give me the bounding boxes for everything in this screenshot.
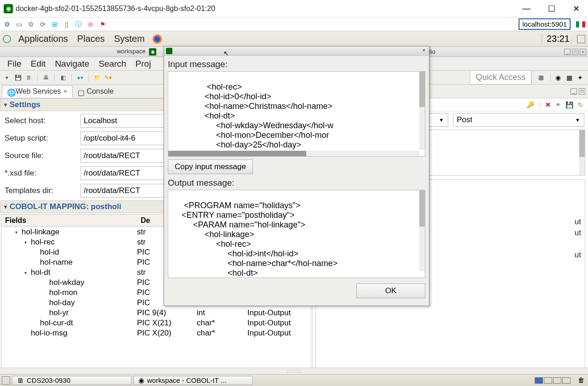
max-view-icon[interactable]: □ [579, 88, 585, 95]
persp-1-icon[interactable]: ◉ [555, 74, 563, 82]
firefox-icon[interactable] [152, 34, 162, 44]
table-row[interactable]: hol-io-msgPIC X(20)char*Input-Output [1, 328, 311, 338]
collapse-icon[interactable]: ▾ [4, 204, 7, 210]
svg-rect-1 [579, 21, 582, 27]
vnc-toolbar: ⚙ ▭ ⚙ ⟳ ⊞ ▯ ⓘ ⊘ ⚑ localhost:5901 [0, 17, 588, 31]
output-message-textarea[interactable]: <PROGRAM name="holidays"> <ENTRY name="p… [168, 190, 425, 278]
input-message-textarea[interactable]: <hol-rec> <hol-id>0</hol-id> <hol-name>C… [168, 71, 425, 157]
menu-search[interactable]: Search [94, 59, 131, 69]
copy-input-button[interactable]: Copy input message [168, 159, 253, 174]
collapse-icon[interactable]: ▾ [4, 102, 7, 108]
workspace-switcher[interactable] [535, 377, 571, 384]
refresh-icon[interactable]: ⟳ [39, 20, 47, 28]
delete-icon[interactable]: ✖ [545, 101, 551, 108]
workspace-right-label: lio [429, 48, 435, 55]
maximize-button[interactable]: ☐ [543, 2, 560, 16]
xsd-file-label: *.xsd file: [5, 169, 80, 178]
table-row[interactable]: hol-cur-dtPIC X(21)char*Input-Output [1, 318, 311, 328]
menu-edit[interactable]: Edit [26, 59, 51, 69]
refresh-icon[interactable]: ↻ [578, 101, 583, 108]
settings-title: Settings [10, 100, 40, 109]
folder-icon[interactable]: 📁 [93, 74, 101, 82]
panel-separator[interactable] [0, 368, 588, 374]
show-desktop-icon[interactable] [2, 376, 10, 385]
tab-webservices[interactable]: 🌐 Web Services ✕ [2, 85, 73, 97]
clock[interactable]: 23:21 [542, 34, 574, 44]
windows-icon[interactable]: ⊞ [51, 20, 59, 28]
svg-point-3 [3, 35, 11, 43]
info-icon[interactable]: ⓘ [74, 20, 83, 28]
chevron-down-icon: ▼ [575, 117, 580, 123]
close-icon[interactable]: ✕ [63, 88, 68, 95]
vertical-scrollbar[interactable] [419, 190, 425, 271]
window-controls: — ☐ ✕ [518, 2, 584, 16]
globe-icon: 🌐 [7, 88, 13, 95]
method-combo[interactable]: Post ▼ [453, 113, 585, 127]
run-icon[interactable]: ●▾ [76, 74, 84, 82]
menu-system[interactable]: System [109, 34, 149, 44]
gear-icon[interactable]: ⚙ [27, 20, 35, 28]
menu-places[interactable]: Places [73, 34, 109, 44]
output-text: <PROGRAM name="holidays"> <ENTRY name="p… [170, 201, 354, 278]
save-icon[interactable]: 💾 [565, 101, 573, 108]
app-eye-icon: ◉ [4, 4, 13, 13]
connect-icon[interactable]: ⚙ [3, 20, 11, 28]
save-icon[interactable]: 💾 [14, 74, 22, 82]
mark-icon[interactable]: ◧ [59, 74, 67, 82]
svg-rect-2 [582, 21, 585, 27]
horizontal-scrollbar[interactable] [168, 151, 419, 156]
host-field[interactable]: localhost:5901 [519, 18, 571, 30]
dialog-titlebar[interactable]: × [164, 46, 429, 56]
menu-applications[interactable]: Applications [14, 34, 73, 44]
minimize-button[interactable]: — [518, 2, 535, 16]
warn-icon[interactable]: ⚑ [98, 20, 107, 28]
svg-rect-0 [576, 21, 579, 27]
ws-min-icon[interactable]: _ [564, 49, 571, 55]
key-icon[interactable]: 🔑 [526, 101, 534, 108]
new-icon[interactable]: ▾ [3, 74, 11, 82]
close-button[interactable]: ✕ [568, 2, 584, 16]
menu-file[interactable]: File [3, 59, 26, 69]
input-text: <hol-rec> <hol-id>0</hol-id> <hol-name>C… [170, 82, 333, 157]
eye-icon [166, 48, 172, 54]
task-button[interactable]: ◉ workspace - COBOL-IT ... [133, 376, 253, 385]
table-row[interactable]: hol-yrPIC 9(4)intInput-Output [1, 308, 311, 318]
screen-icon[interactable]: ▭ [15, 20, 23, 28]
select-host-label: Select host: [5, 116, 80, 125]
tab-label: Web Services [16, 87, 61, 96]
vertical-scrollbar[interactable] [419, 72, 425, 150]
wand-icon[interactable]: ✎▾ [104, 74, 112, 82]
dialog-close-icon[interactable]: × [421, 48, 427, 54]
flag-icon [576, 21, 585, 28]
link-icon[interactable]: ⚭ [555, 101, 561, 108]
menu-project[interactable]: Proj [131, 59, 156, 69]
workspace-left-label: workspace [117, 48, 145, 55]
min-view-icon[interactable]: _ [571, 88, 577, 95]
doc-icon[interactable]: ▯ [63, 20, 71, 28]
saveall-icon[interactable]: 🗎 [25, 74, 33, 82]
task-label: CDS203-0930 [27, 376, 70, 384]
ok-button[interactable]: OK [356, 284, 425, 298]
ws-max-icon[interactable]: □ [572, 49, 578, 55]
tab-console[interactable]: ▢ Console [73, 85, 119, 97]
tray-icon[interactable] [577, 35, 585, 43]
quick-access[interactable]: Quick Access [470, 70, 531, 85]
task-eye-icon: ◉ [138, 376, 144, 385]
source-file-label: Source file: [5, 151, 80, 160]
col-fields[interactable]: Fields [1, 215, 137, 227]
menu-navigate[interactable]: Navigate [50, 59, 94, 69]
combo-value: Post [457, 115, 473, 125]
templates-dir-label: Templates dir: [5, 186, 80, 195]
tab-label: Console [86, 87, 114, 96]
stop-icon[interactable]: ⊘ [86, 20, 95, 28]
open-persp-icon[interactable]: ⊞ [538, 74, 546, 82]
trash-icon[interactable]: 🗑 [578, 376, 586, 385]
persp-3-icon[interactable]: ✦ [577, 74, 585, 82]
print-icon[interactable]: 🖶 [42, 74, 50, 82]
persp-2-icon[interactable]: ▦ [566, 74, 574, 82]
task-button[interactable]: 🗎 CDS203-0930 [12, 376, 131, 385]
os-titlebar: ◉ docker-4gb-sfo2-01-1552513855736-s-4vc… [0, 0, 588, 17]
window-title: docker-4gb-sfo2-01-1552513855736-s-4vcpu… [16, 5, 518, 13]
desktop-menubar: Applications Places System 23:21 [0, 31, 588, 47]
ws-close-icon[interactable]: × [580, 49, 586, 55]
